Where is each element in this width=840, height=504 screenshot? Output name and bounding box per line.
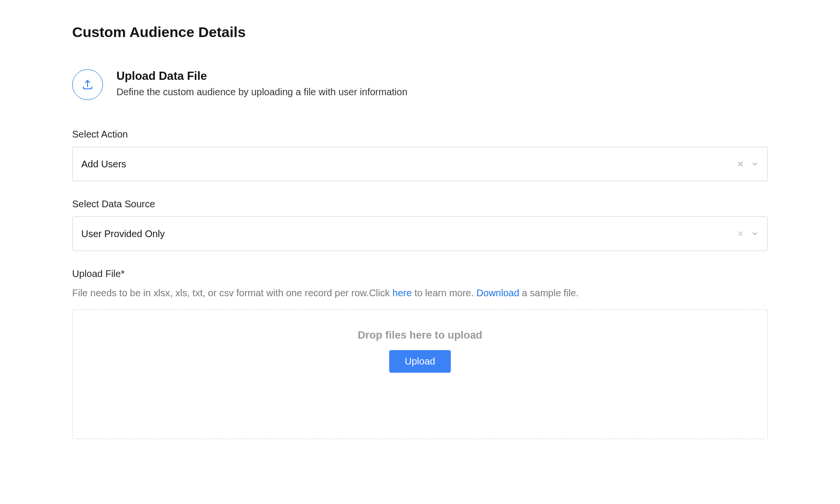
upload-section-description: Define the custom audience by uploading …: [116, 87, 407, 98]
chevron-down-icon[interactable]: [751, 160, 759, 168]
upload-section-heading: Upload Data File: [116, 69, 407, 83]
page-container: Custom Audience Details Upload Data File…: [0, 0, 840, 495]
upload-help-mid: to learn more.: [412, 288, 477, 298]
download-sample-link[interactable]: Download: [476, 288, 519, 298]
learn-more-link[interactable]: here: [393, 288, 412, 298]
select-data-source-field: Select Data Source User Provided Only: [72, 199, 768, 251]
file-dropzone[interactable]: Drop files here to upload Upload: [72, 309, 768, 439]
upload-file-label: Upload File*: [72, 268, 768, 279]
upload-help-suffix: a sample file.: [519, 288, 578, 298]
select-action-dropdown[interactable]: Add Users: [72, 147, 768, 181]
upload-section-header: Upload Data File Define the custom audie…: [72, 69, 768, 100]
select-data-source-label: Select Data Source: [72, 199, 768, 210]
select-action-field: Select Action Add Users: [72, 129, 768, 181]
page-title: Custom Audience Details: [72, 24, 768, 40]
select-data-source-dropdown[interactable]: User Provided Only: [72, 216, 768, 251]
select-action-value: Add Users: [81, 159, 737, 170]
upload-file-field: Upload File* File needs to be in xlsx, x…: [72, 268, 768, 439]
dropzone-text: Drop files here to upload: [357, 329, 482, 341]
upload-icon: [72, 69, 103, 100]
chevron-down-icon[interactable]: [751, 230, 759, 238]
clear-action-icon[interactable]: [737, 160, 744, 168]
select-action-label: Select Action: [72, 129, 768, 140]
upload-help-prefix: File needs to be in xlsx, xls, txt, or c…: [72, 288, 393, 298]
select-data-source-value: User Provided Only: [81, 228, 737, 239]
upload-section-text: Upload Data File Define the custom audie…: [116, 69, 407, 98]
upload-button[interactable]: Upload: [389, 350, 450, 373]
clear-data-source-icon[interactable]: [737, 230, 744, 238]
upload-file-help: File needs to be in xlsx, xls, txt, or c…: [72, 286, 768, 300]
